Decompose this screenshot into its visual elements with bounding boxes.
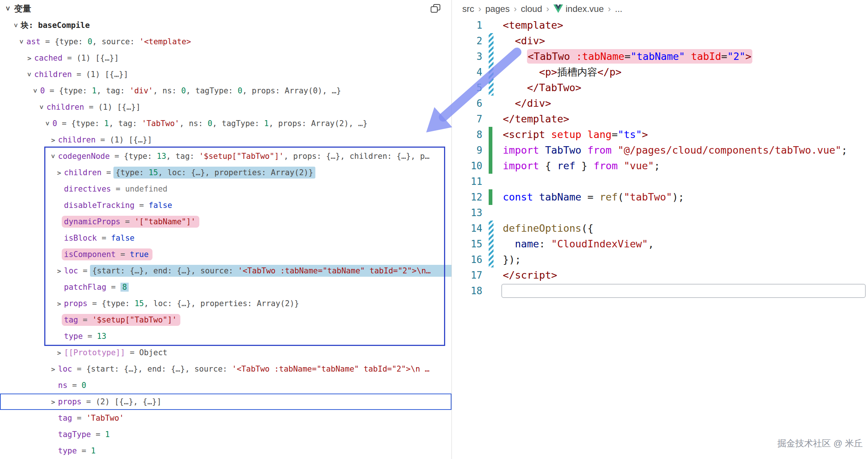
- stacked-windows-icon[interactable]: [430, 3, 441, 15]
- variable-value: '["tabName"]': [135, 217, 196, 226]
- line-number[interactable]: 16: [452, 252, 488, 267]
- chevron-right-icon[interactable]: >: [54, 300, 64, 308]
- chevron-right-icon[interactable]: >: [48, 136, 58, 144]
- tree-row-directives[interactable]: directives = undefined: [0, 181, 451, 197]
- breadcrumb-item-index-vue[interactable]: index.vue: [553, 4, 604, 14]
- chevron-down-icon[interactable]: >: [18, 37, 26, 46]
- tree-row-tag[interactable]: tag = '$setup["TabTwo"]': [0, 312, 451, 328]
- chevron-down-icon[interactable]: >: [4, 6, 13, 11]
- code-line-12[interactable]: 12const tabName = ref("tabTwo");: [452, 189, 868, 205]
- tree-row-0[interactable]: >0 = {type: 1, tag: 'div', ns: 0, tagTyp…: [0, 83, 451, 99]
- line-number[interactable]: 10: [452, 158, 488, 174]
- variable-name: props: [64, 299, 87, 308]
- code-line-8[interactable]: 8<script setup lang="ts">: [452, 127, 868, 142]
- code-line-11[interactable]: 11: [452, 174, 868, 189]
- code-line-13[interactable]: 13: [452, 205, 868, 221]
- equals-sign: =: [110, 152, 124, 161]
- breadcrumb-item-src[interactable]: src: [462, 4, 474, 14]
- variable-value: {type: 1, tag: 'TabTwo', ns: 0, tagType:…: [71, 119, 368, 128]
- line-number[interactable]: 18: [452, 283, 488, 299]
- code-line-14[interactable]: 14defineOptions({: [452, 221, 868, 236]
- code-line-17[interactable]: 17</script>: [452, 267, 868, 283]
- line-number[interactable]: 5: [452, 80, 488, 96]
- chevron-right-icon[interactable]: >: [54, 349, 64, 357]
- variable-value: {type: 0, source: '<template>: [55, 37, 191, 46]
- tree-row-ns[interactable]: ns = 0: [0, 377, 451, 394]
- tree-row-props[interactable]: >props = {type: 15, loc: {…}, properties…: [0, 295, 451, 312]
- tree-row-0[interactable]: >0 = {type: 1, tag: 'TabTwo', ns: 0, tag…: [0, 115, 451, 132]
- line-number[interactable]: 14: [452, 221, 488, 236]
- chevron-right-icon[interactable]: >: [25, 54, 34, 62]
- breadcrumb-item-item[interactable]: ...: [615, 4, 623, 14]
- code-line-9[interactable]: 9import TabTwo from "@/pages/cloud/compo…: [452, 142, 868, 158]
- tree-row-type[interactable]: type = 13: [0, 328, 451, 344]
- tree-row-loc[interactable]: >loc = {start: {…}, end: {…}, source: '<…: [0, 263, 451, 279]
- tree-row-prototype[interactable]: >[[Prototype]] = Object: [0, 344, 451, 361]
- tree-row-tagtype[interactable]: tagType = 1: [0, 426, 451, 443]
- tree-row-codegennode[interactable]: >codegenNode = {type: 13, tag: '$setup["…: [0, 148, 451, 164]
- code-line-15[interactable]: 15 name: "CloudIndexView",: [452, 236, 868, 252]
- equals-sign: =: [81, 397, 96, 406]
- highlighted-code: <TabTwo :tabName="tabName" tabId="2">: [527, 49, 752, 64]
- code-line-3[interactable]: 3 <TabTwo :tabName="tabName" tabId="2">: [452, 49, 868, 64]
- tree-row-dynamicprops[interactable]: dynamicProps = '["tabName"]': [0, 214, 451, 230]
- chevron-down-icon[interactable]: >: [44, 119, 52, 128]
- code-line-10[interactable]: 10import { ref } from "vue";: [452, 158, 868, 174]
- tree-row-props[interactable]: >props = (2) [{…}, {…}]: [0, 394, 451, 410]
- watermark: 掘金技术社区 @ 米丘: [777, 437, 863, 449]
- tree-row-type[interactable]: type = 1: [0, 443, 451, 459]
- chevron-down-icon[interactable]: >: [32, 86, 39, 96]
- line-number[interactable]: 17: [452, 267, 488, 283]
- chevron-right-icon[interactable]: >: [54, 267, 64, 275]
- line-number[interactable]: 15: [452, 236, 488, 252]
- variable-name: ns: [58, 381, 67, 390]
- tree-row-ast[interactable]: >ast = {type: 0, source: '<template>: [0, 33, 451, 50]
- tree-row-isblock[interactable]: isBlock = false: [0, 230, 451, 246]
- tree-row-children[interactable]: >children = (1) [{…}]: [0, 99, 451, 115]
- chevron-down-icon[interactable]: >: [26, 70, 33, 79]
- tree-row-children[interactable]: >children = (1) [{…}]: [0, 132, 451, 148]
- line-number[interactable]: 7: [452, 111, 488, 127]
- line-number[interactable]: 2: [452, 33, 488, 49]
- code-line-5[interactable]: 5 </TabTwo>: [452, 80, 868, 96]
- line-number[interactable]: 1: [452, 17, 488, 33]
- line-number[interactable]: 11: [452, 174, 488, 189]
- gutter-mod-indicator: [488, 221, 495, 236]
- variable-name: 0: [52, 119, 57, 128]
- chevron-down-icon[interactable]: >: [49, 151, 57, 161]
- tree-row-块-basecompile[interactable]: >块: baseCompile: [0, 17, 451, 33]
- variable-name: cached: [34, 54, 62, 62]
- code-line-1[interactable]: 1<template>: [452, 17, 868, 33]
- code-line-2[interactable]: 2 <div>: [452, 33, 868, 49]
- breadcrumb-item-pages[interactable]: pages: [485, 4, 509, 14]
- code-line-16[interactable]: 16});: [452, 252, 868, 267]
- tree-row-cached[interactable]: >cached = (1) [{…}]: [0, 50, 451, 66]
- tree-row-children[interactable]: >children = (1) [{…}]: [0, 66, 451, 83]
- code-line-4[interactable]: 4 <p>插槽内容</p>: [452, 64, 868, 80]
- line-number[interactable]: 8: [452, 127, 488, 142]
- chevron-down-icon[interactable]: >: [12, 20, 20, 30]
- code-content: <script setup lang="ts">: [495, 127, 868, 142]
- equals-sign: =: [87, 299, 102, 308]
- tree-row-iscomponent[interactable]: isComponent = true: [0, 246, 451, 263]
- line-number[interactable]: 13: [452, 205, 488, 221]
- tree-row-children[interactable]: >children = {type: 15, loc: {…}, propert…: [0, 164, 451, 181]
- breadcrumb-item-cloud[interactable]: cloud: [521, 4, 542, 14]
- tree-row-tag[interactable]: tag = 'TabTwo': [0, 410, 451, 426]
- line-number[interactable]: 4: [452, 64, 488, 80]
- line-number[interactable]: 3: [452, 49, 488, 64]
- line-number[interactable]: 6: [452, 96, 488, 111]
- chevron-right-icon[interactable]: >: [54, 169, 64, 177]
- chevron-right-icon[interactable]: >: [48, 398, 58, 406]
- chevron-right-icon[interactable]: >: [48, 365, 58, 373]
- tree-row-patchflag[interactable]: patchFlag = 8: [0, 279, 451, 295]
- chevron-down-icon[interactable]: >: [38, 102, 46, 112]
- code-line-7[interactable]: 7</template>: [452, 111, 868, 127]
- line-number[interactable]: 9: [452, 142, 488, 158]
- line-number[interactable]: 12: [452, 189, 488, 205]
- tree-row-loc[interactable]: >loc = {start: {…}, end: {…}, source: '<…: [0, 361, 451, 377]
- tree-row-disabletracking[interactable]: disableTracking = false: [0, 197, 451, 214]
- editor-lines: 1<template>2 <div>3 <TabTwo :tabName="ta…: [452, 17, 868, 299]
- code-line-18[interactable]: 18: [452, 283, 868, 299]
- code-line-6[interactable]: 6 </div>: [452, 96, 868, 111]
